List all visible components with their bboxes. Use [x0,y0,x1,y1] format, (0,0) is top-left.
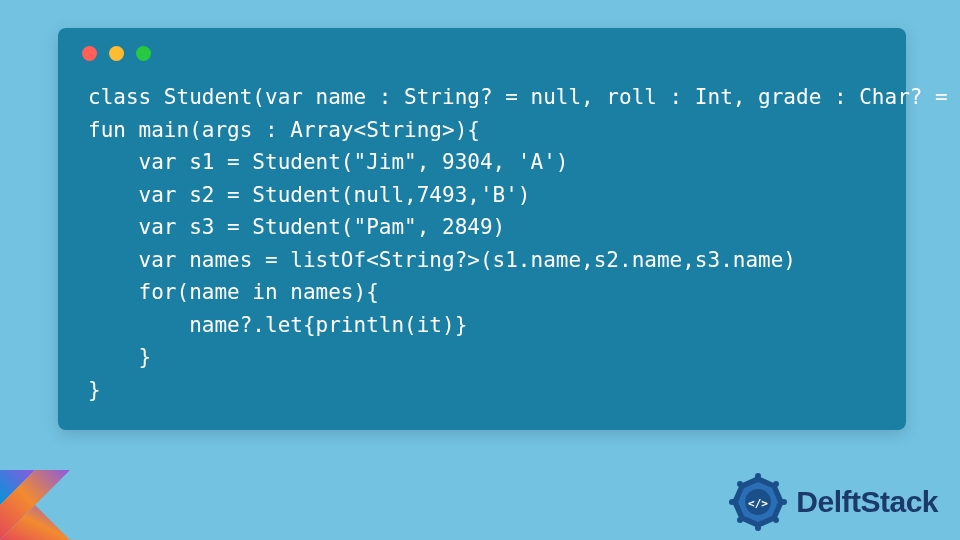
close-icon[interactable] [82,46,97,61]
svg-point-10 [773,517,779,523]
code-block: class Student(var name : String? = null,… [58,61,906,406]
code-line: name?.let{println(it)} [88,313,467,337]
code-line: } [88,378,101,402]
delftstack-logo-icon: </> [728,472,788,532]
code-line: fun main(args : Array<String>){ [88,118,480,142]
svg-point-7 [755,473,761,479]
code-line: var s1 = Student("Jim", 9304, 'A') [88,150,568,174]
code-line: class Student(var name : String? = null,… [88,85,960,109]
svg-point-8 [773,481,779,487]
kotlin-logo-icon [0,470,70,540]
svg-point-11 [755,525,761,531]
brand: </> DelftStack [728,472,938,532]
code-line: for(name in names){ [88,280,379,304]
window-controls [58,28,906,61]
code-line: var s2 = Student(null,7493,'B') [88,183,531,207]
code-line: } [88,345,151,369]
minimize-icon[interactable] [109,46,124,61]
maximize-icon[interactable] [136,46,151,61]
code-window: class Student(var name : String? = null,… [58,28,906,430]
svg-text:</>: </> [748,497,768,510]
code-line: var names = listOf<String?>(s1.name,s2.n… [88,248,796,272]
svg-point-13 [729,499,735,505]
code-line: var s3 = Student("Pam", 2849) [88,215,505,239]
svg-point-14 [737,481,743,487]
brand-name: DelftStack [796,485,938,519]
svg-point-9 [781,499,787,505]
svg-point-12 [737,517,743,523]
